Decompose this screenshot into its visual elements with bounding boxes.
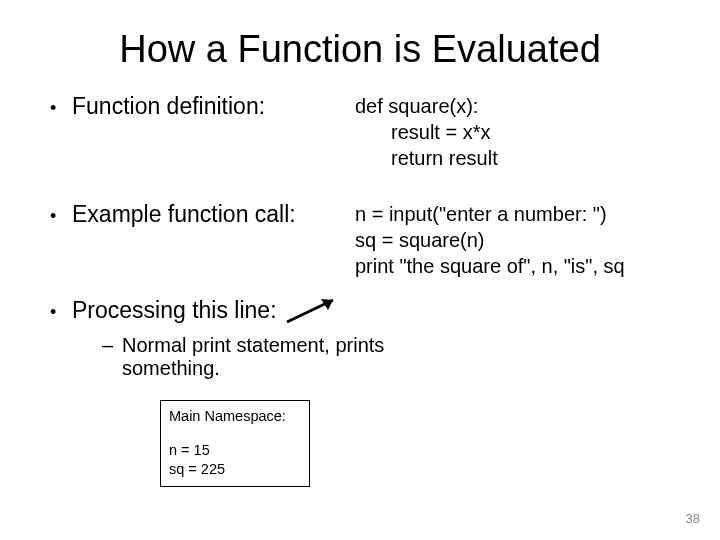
- sub-bullet-text: Normal print statement, prints something…: [122, 334, 470, 380]
- bullet-text: Example function call:: [72, 201, 296, 228]
- namespace-box: Main Namespace: n = 15 sq = 225: [160, 400, 310, 487]
- bullet-text: Function definition:: [72, 93, 265, 120]
- code-example: n = input("enter a number: ") sq = squar…: [355, 201, 680, 279]
- slide-title: How a Function is Evaluated: [0, 0, 720, 93]
- sub-bullet: – Normal print statement, prints somethi…: [50, 334, 470, 380]
- bullet-example-call: • Example function call:: [50, 201, 355, 228]
- code-line: print "the square of", n, "is", sq: [355, 253, 680, 279]
- namespace-line: n = 15: [169, 441, 301, 461]
- namespace-line: sq = 225: [169, 460, 301, 480]
- dash-icon: –: [102, 334, 122, 357]
- bullet-dot-icon: •: [50, 302, 72, 323]
- bullet-processing-line: • Processing this line:: [50, 297, 277, 324]
- bullet-dot-icon: •: [50, 206, 72, 227]
- row-processing: • Processing this line:: [50, 297, 680, 324]
- namespace-title: Main Namespace:: [169, 407, 301, 427]
- code-line: result = x*x: [355, 119, 680, 145]
- slide-body: • Function definition: def square(x): re…: [0, 93, 720, 487]
- bullet-dot-icon: •: [50, 98, 72, 119]
- row-example: • Example function call: n = input("ente…: [50, 201, 680, 279]
- code-line: n = input("enter a number: "): [355, 201, 680, 227]
- code-line: def square(x):: [355, 93, 680, 119]
- code-definition: def square(x): result = x*x return resul…: [355, 93, 680, 171]
- page-number: 38: [686, 511, 700, 526]
- row-definition: • Function definition: def square(x): re…: [50, 93, 680, 171]
- bullet-text: Processing this line:: [72, 297, 277, 324]
- code-line: sq = square(n): [355, 227, 680, 253]
- bullet-function-definition: • Function definition:: [50, 93, 355, 120]
- arrow-icon: [283, 300, 333, 322]
- code-line: return result: [355, 145, 680, 171]
